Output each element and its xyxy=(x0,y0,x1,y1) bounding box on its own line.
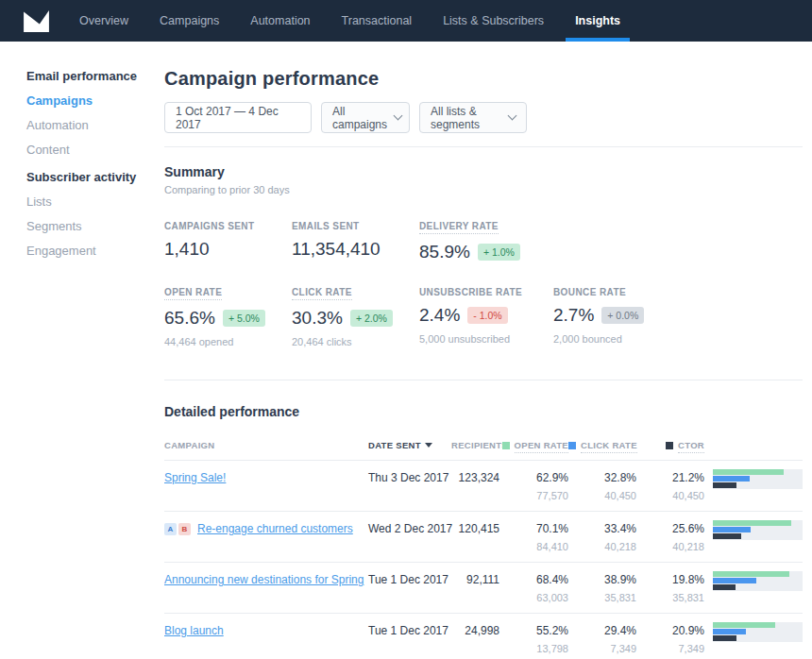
click-rate-cell: 32.8% xyxy=(568,469,636,484)
page-title: Campaign performance xyxy=(164,68,803,90)
delta-badge: + 2.0% xyxy=(350,310,393,327)
click-rate-cell: 33.4% xyxy=(568,520,636,535)
sidebar-item-engagement[interactable]: Engagement xyxy=(26,244,164,268)
date-sent-cell: Tue 1 Dec 2017 xyxy=(368,622,451,637)
sidebar-item-campaigns[interactable]: Campaigns xyxy=(26,93,164,118)
metric-delivery-rate: DELIVERY RATE 85.9% + 1.0% xyxy=(419,221,803,262)
delta-badge: + 0.0% xyxy=(601,307,644,324)
campaign-link[interactable]: Announcing new destinations for Spring xyxy=(164,573,364,586)
sidebar-item-segments[interactable]: Segments xyxy=(26,219,164,244)
metric-label[interactable]: OPEN RATE xyxy=(164,287,222,300)
click-rate-bar xyxy=(713,629,746,634)
open-rate-cell: 55.2% xyxy=(499,622,568,637)
ctor-bar xyxy=(713,584,736,590)
row-mini-bar-chart xyxy=(713,520,803,540)
metric-detail: 44,464 opened xyxy=(164,336,292,347)
metric-label[interactable]: DELIVERY RATE xyxy=(419,221,499,234)
metric-label: UNSUBSCRIBE RATE xyxy=(419,287,522,297)
sidebar-item-content[interactable]: Content xyxy=(26,143,164,167)
ctor-cell: 19.8% xyxy=(636,571,704,586)
sidebar: Email performance Campaigns Automation C… xyxy=(0,42,164,659)
clicks-count: 35,831 xyxy=(568,592,636,603)
opens-count: 63,003 xyxy=(499,592,568,603)
campaign-link[interactable]: Blog launch xyxy=(164,624,224,637)
click-rate-legend-swatch xyxy=(568,442,576,449)
nav-item-transactional[interactable]: Transactional xyxy=(332,0,422,42)
column-header-open-rate[interactable]: OPEN RATE xyxy=(499,440,568,450)
table-row: Announcing new destinations for Spring T… xyxy=(164,563,803,614)
main-content: Campaign performance 1 Oct 2017 — 4 Dec … xyxy=(164,42,812,659)
sidebar-item-lists[interactable]: Lists xyxy=(26,194,164,219)
click-rate-cell: 29.4% xyxy=(568,622,636,637)
metric-label: EMAILS SENT xyxy=(292,221,360,231)
nav-item-campaigns[interactable]: Campaigns xyxy=(150,0,228,42)
summary-metrics-row-1: CAMPAIGNS SENT 1,410 EMAILS SENT 11,354,… xyxy=(164,221,803,262)
clicks-count: 40,450 xyxy=(568,490,636,501)
click-rate-bar xyxy=(713,527,751,532)
row-mini-bar-chart xyxy=(713,571,803,591)
divider xyxy=(164,146,803,147)
ctor-cell: 20.9% xyxy=(636,622,704,637)
date-range-picker[interactable]: 1 Oct 2017 — 4 Dec 2017 xyxy=(164,102,312,133)
chevron-down-icon xyxy=(394,111,403,121)
metric-label[interactable]: CLICK RATE xyxy=(292,287,352,300)
metric-value: 2.7% xyxy=(553,305,594,326)
metric-label: CAMPAIGNS SENT xyxy=(164,221,254,231)
column-header-ctor[interactable]: CTOR xyxy=(636,440,704,450)
table-row: AB Re-engage churned customers Wed 2 Dec… xyxy=(164,512,803,563)
table-header: CAMPAIGN DATE SENT RECIPIENTS OPEN RATE … xyxy=(164,440,803,461)
metric-detail: 5,000 unsubscribed xyxy=(419,333,553,345)
clicks-count: 7,349 xyxy=(568,643,636,654)
ctor-cell: 21.2% xyxy=(636,469,704,484)
row-mini-bar-chart xyxy=(713,622,803,642)
metric-detail: 2,000 bounced xyxy=(553,333,803,345)
ctor-count: 35,831 xyxy=(636,592,704,603)
metric-value: 11,354,410 xyxy=(292,239,381,260)
top-navigation: Overview Campaigns Automation Transactio… xyxy=(0,0,812,42)
metric-unsubscribe-rate: UNSUBSCRIBE RATE 2.4% - 1.0% 5,000 unsub… xyxy=(419,287,553,347)
divider xyxy=(164,380,803,380)
click-rate-bar xyxy=(713,578,756,583)
open-rate-cell: 68.4% xyxy=(499,571,568,586)
sort-descending-icon xyxy=(425,443,432,448)
nav-item-overview[interactable]: Overview xyxy=(70,0,138,42)
recipients-cell: 120,415 xyxy=(451,520,499,535)
ctor-count: 40,218 xyxy=(636,541,704,552)
click-rate-bar xyxy=(713,476,750,482)
delta-badge: + 5.0% xyxy=(223,310,265,327)
campaign-link[interactable]: Spring Sale! xyxy=(164,471,226,484)
nav-item-automation[interactable]: Automation xyxy=(241,0,319,42)
date-sent-cell: Thu 3 Dec 2017 xyxy=(368,469,451,484)
metric-bounce-rate: BOUNCE RATE 2.7% + 0.0% 2,000 bounced xyxy=(553,287,803,347)
sidebar-item-automation[interactable]: Automation xyxy=(26,118,164,143)
column-header-date-sent[interactable]: DATE SENT xyxy=(368,440,451,450)
list-filter-dropdown[interactable]: All lists & segments xyxy=(419,102,527,133)
metric-emails-sent: EMAILS SENT 11,354,410 xyxy=(292,221,419,262)
summary-metrics-row-2: OPEN RATE 65.6% + 5.0% 44,464 opened CLI… xyxy=(164,287,803,347)
campaign-filter-dropdown[interactable]: All campaigns xyxy=(321,102,410,133)
open-rate-bar xyxy=(713,571,789,577)
clicks-count: 40,218 xyxy=(568,541,636,552)
chevron-down-icon xyxy=(508,111,517,121)
delta-badge: - 1.0% xyxy=(467,307,507,324)
campaign-monitor-logo-icon[interactable] xyxy=(24,10,49,32)
nav-item-insights[interactable]: Insights xyxy=(566,0,630,42)
nav-item-lists-subscribers[interactable]: Lists & Subscribers xyxy=(433,0,553,42)
date-range-value: 1 Oct 2017 — 4 Dec 2017 xyxy=(176,105,300,131)
metric-value: 1,410 xyxy=(164,239,210,260)
ab-test-badge: AB xyxy=(164,523,191,535)
metric-value: 85.9% xyxy=(419,242,470,262)
metric-campaigns-sent: CAMPAIGNS SENT 1,410 xyxy=(164,221,292,262)
click-rate-cell: 38.9% xyxy=(568,571,636,586)
date-sent-cell: Tue 1 Dec 2017 xyxy=(368,571,451,586)
open-rate-bar xyxy=(713,469,784,475)
column-header-click-rate[interactable]: CLICK RATE xyxy=(568,440,636,450)
metric-click-rate: CLICK RATE 30.3% + 2.0% 20,464 clicks xyxy=(292,287,419,347)
metric-detail: 20,464 clicks xyxy=(292,336,419,347)
open-rate-bar xyxy=(713,622,775,628)
delta-badge: + 1.0% xyxy=(478,244,520,261)
sidebar-heading-email-performance: Email performance xyxy=(26,69,164,93)
ctor-legend-swatch xyxy=(666,442,673,449)
table-row: Spring Sale! Thu 3 Dec 2017 123,324 62.9… xyxy=(164,461,803,512)
campaign-link[interactable]: Re-engage churned customers xyxy=(197,522,353,535)
